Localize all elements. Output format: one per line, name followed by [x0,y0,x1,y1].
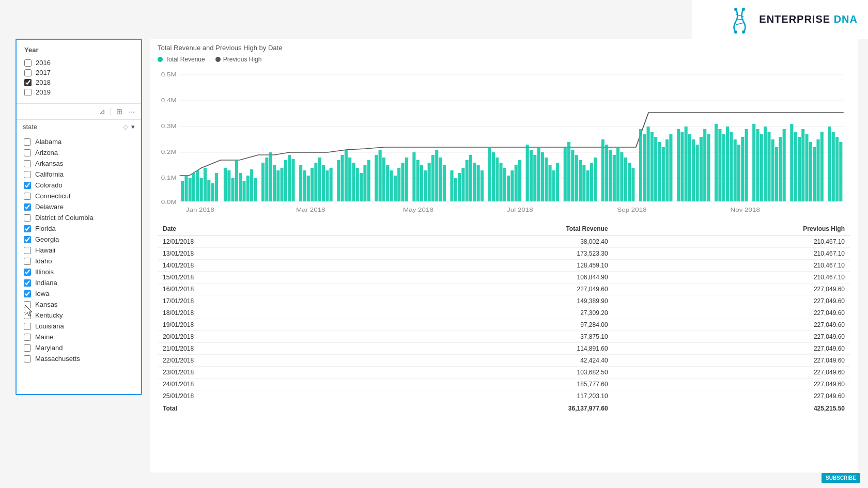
svg-rect-115 [582,165,585,201]
state-hawaii[interactable]: Hawaii [17,245,141,256]
svg-rect-33 [239,173,242,201]
subscribe-button[interactable]: SUBSCRIBE [822,473,860,483]
svg-rect-42 [276,170,280,201]
more-icon[interactable]: ··· [128,106,136,117]
table-row: 23/01/2018 103,682.50 227,049.60 [158,367,850,379]
year-2018-checkbox[interactable] [24,79,32,86]
state-dc-checkbox[interactable] [24,214,31,222]
svg-text:0.4M: 0.4M [161,97,177,104]
state-indiana[interactable]: Indiana [17,277,141,288]
cell-total-revenue: 37,875.10 [376,331,613,343]
year-2019-checkbox[interactable] [24,89,32,96]
svg-rect-85 [458,173,461,201]
state-california-checkbox[interactable] [24,171,31,178]
year-2018-item[interactable]: 2018 [24,77,133,87]
state-delaware[interactable]: Delaware [17,201,141,212]
state-hawaii-checkbox[interactable] [24,247,31,254]
state-florida[interactable]: Florida [17,223,141,234]
state-arkansas-checkbox[interactable] [24,160,31,167]
svg-rect-22 [192,173,195,201]
svg-rect-168 [805,134,809,201]
svg-rect-63 [363,165,366,201]
cell-previous-high: 227,049.60 [613,343,850,355]
year-2016-item[interactable]: 2016 [24,58,133,68]
table-icon[interactable]: ⊞ [115,106,123,117]
state-illinois-checkbox[interactable] [24,269,31,276]
state-iowa[interactable]: Iowa [17,288,141,299]
svg-rect-56 [337,160,340,201]
cell-total-revenue: 97,284.00 [376,319,613,331]
state-iowa-label: Iowa [35,290,49,297]
state-connecticut-checkbox[interactable] [24,193,31,200]
state-georgia-checkbox[interactable] [24,236,31,243]
state-louisiana-checkbox[interactable] [24,323,31,330]
svg-rect-94 [495,158,499,201]
svg-rect-37 [254,178,257,201]
state-connecticut-label: Connecticut [35,192,71,200]
svg-rect-113 [575,155,578,201]
svg-rect-43 [281,168,284,201]
state-clear-icon[interactable]: ◇ [123,123,128,131]
svg-rect-120 [605,145,608,201]
year-2017-item[interactable]: 2017 [24,68,133,77]
svg-text:0.2M: 0.2M [161,149,177,155]
svg-rect-125 [624,158,627,201]
svg-rect-149 [726,127,729,201]
state-arizona-checkbox[interactable] [24,149,31,156]
svg-rect-160 [771,139,774,201]
svg-rect-68 [386,165,389,201]
state-florida-checkbox[interactable] [24,225,31,232]
state-list[interactable]: Alabama Arizona Arkansas California Colo… [17,134,141,394]
state-idaho-checkbox[interactable] [24,258,31,265]
cell-total-revenue: 103,682.50 [376,367,613,379]
year-2017-checkbox[interactable] [24,69,32,76]
svg-rect-46 [291,159,295,201]
state-colorado-checkbox[interactable] [24,182,31,189]
svg-rect-83 [450,170,453,201]
cell-previous-high: 227,049.60 [613,390,850,402]
state-connecticut[interactable]: Connecticut [17,191,141,201]
state-kentucky[interactable]: Kentucky [17,310,141,321]
state-louisiana[interactable]: Louisiana [17,321,141,332]
state-california[interactable]: California [17,169,141,180]
table-row: 21/01/2018 114,891.60 227,049.60 [158,343,850,355]
state-massachusetts-label: Massachusetts [35,355,80,363]
table-row: 15/01/2018 106,844.90 210,467.10 [158,272,850,284]
state-massachusetts-checkbox[interactable] [24,355,31,363]
svg-rect-174 [832,132,835,201]
state-kentucky-checkbox[interactable] [24,312,31,319]
state-delaware-checkbox[interactable] [24,203,31,211]
state-illinois[interactable]: Illinois [17,266,141,277]
state-kansas-checkbox[interactable] [24,301,31,308]
state-maryland[interactable]: Maryland [17,342,141,353]
state-kansas[interactable]: Kansas [17,299,141,310]
state-arizona[interactable]: Arizona [17,147,141,158]
year-2016-checkbox[interactable] [24,59,32,67]
state-alabama-checkbox[interactable] [24,138,31,146]
cell-date: 21/01/2018 [158,343,376,355]
filter-icon[interactable]: ⊿ [98,106,106,117]
state-georgia[interactable]: Georgia [17,234,141,245]
svg-rect-140 [688,134,691,201]
state-iowa-checkbox[interactable] [24,290,31,297]
svg-rect-65 [375,155,378,201]
state-maine[interactable]: Maine [17,332,141,342]
svg-rect-25 [204,168,207,201]
state-idaho[interactable]: Idaho [17,256,141,266]
table-section[interactable]: Date Total Revenue Previous High 12/01/2… [158,222,850,467]
year-2019-item[interactable]: 2019 [24,87,133,97]
state-indiana-checkbox[interactable] [24,279,31,287]
state-maine-checkbox[interactable] [24,334,31,341]
svg-rect-32 [235,160,238,201]
svg-rect-141 [692,139,695,201]
svg-rect-79 [431,155,435,201]
state-massachusetts[interactable]: Massachusetts [17,353,141,364]
state-maryland-checkbox[interactable] [24,344,31,352]
state-colorado[interactable]: Colorado [17,180,141,191]
state-dropdown-icon[interactable]: ▾ [131,123,135,131]
table-row: 18/01/2018 27,309.20 227,049.60 [158,307,850,319]
svg-rect-80 [435,150,438,201]
state-alabama[interactable]: Alabama [17,136,141,147]
state-dc[interactable]: District of Columbia [17,212,141,223]
state-arkansas[interactable]: Arkansas [17,158,141,169]
